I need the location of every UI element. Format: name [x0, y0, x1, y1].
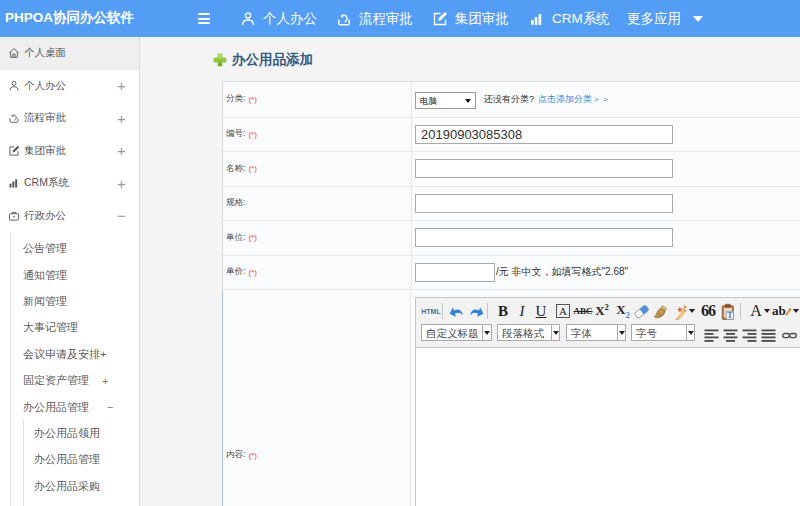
svg-text:T: T — [727, 310, 733, 319]
